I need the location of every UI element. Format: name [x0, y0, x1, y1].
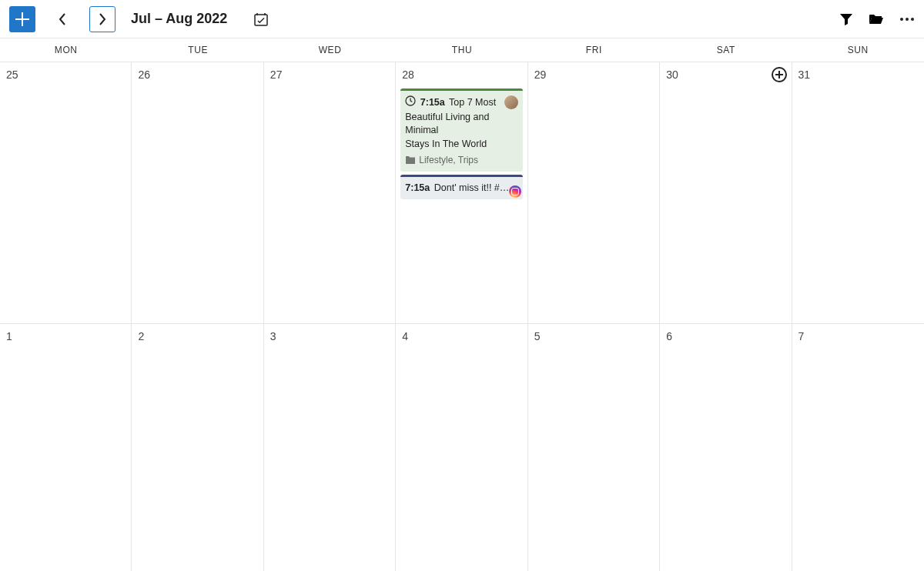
day-number: 6: [665, 329, 786, 347]
clock-icon: [405, 95, 416, 111]
more-button[interactable]: [899, 17, 915, 22]
day-number: 27: [269, 67, 390, 85]
day-header: FRI: [528, 38, 660, 62]
day-cell[interactable]: 5: [528, 324, 660, 571]
avatar: [504, 95, 518, 109]
event-time: 7:15a: [405, 182, 430, 193]
day-cell[interactable]: 28 7:15a Top 7 Most Beautiful Living and…: [396, 62, 527, 323]
day-number: 3: [269, 329, 390, 347]
day-cell[interactable]: 30: [660, 62, 792, 323]
day-header: SAT: [660, 38, 792, 62]
chevron-left-icon: [59, 13, 66, 25]
event-categories: Lifestyle, Trips: [405, 154, 517, 167]
instagram-icon: [509, 185, 521, 198]
event-categories-text: Lifestyle, Trips: [419, 154, 478, 167]
calendar-check-icon: [253, 12, 269, 27]
day-cell[interactable]: 1: [0, 324, 132, 571]
calendar-grid: 25 26 27 28 7:15a Top 7 Most Beautiful L…: [0, 62, 924, 571]
toolbar: Jul – Aug 2022: [0, 0, 924, 38]
prev-button[interactable]: [49, 6, 75, 32]
svg-point-2: [906, 18, 909, 21]
week-row: 1 2 3 4 5 6 7: [0, 324, 924, 571]
svg-point-3: [911, 18, 914, 21]
day-cell[interactable]: 31: [792, 62, 924, 323]
event-time: 7:15a: [420, 97, 445, 108]
event-title: Top 7 Most: [449, 97, 496, 108]
plus-icon: [15, 12, 29, 26]
day-number: 1: [5, 329, 126, 347]
day-header: THU: [396, 38, 527, 62]
day-number: 25: [5, 67, 126, 85]
filter-icon: [839, 12, 853, 26]
day-number: 30: [665, 67, 786, 85]
day-cell[interactable]: 4: [396, 324, 527, 571]
day-number: 28: [400, 67, 522, 85]
day-header: MON: [0, 38, 132, 62]
day-header: WED: [264, 38, 396, 62]
period-title: Jul – Aug 2022: [131, 11, 227, 27]
day-header: TUE: [132, 38, 263, 62]
chevron-right-icon: [99, 13, 106, 25]
day-number: 31: [797, 67, 919, 85]
folder-open-icon: [869, 13, 884, 25]
event-card[interactable]: 7:15a Top 7 Most Beautiful Living and Mi…: [400, 88, 522, 172]
filter-button[interactable]: [839, 12, 853, 26]
event-title: Stays In The World: [405, 138, 517, 152]
folder-button[interactable]: [869, 13, 884, 25]
event-title: Beautiful Living and Minimal: [405, 111, 517, 138]
date-picker-button[interactable]: [253, 12, 269, 27]
event-card[interactable]: 7:15a Dont' miss it!! #…: [400, 175, 522, 200]
day-number: 2: [136, 329, 258, 347]
more-horizontal-icon: [899, 17, 915, 22]
add-event-button[interactable]: [772, 67, 787, 82]
day-cell[interactable]: 6: [660, 324, 792, 571]
add-button[interactable]: [9, 6, 35, 32]
day-number: 7: [797, 329, 919, 347]
day-header: SUN: [792, 38, 924, 62]
next-button[interactable]: [89, 6, 116, 32]
day-cell[interactable]: 2: [132, 324, 263, 571]
day-number: 5: [533, 329, 654, 347]
day-number: 26: [136, 67, 258, 85]
day-cell[interactable]: 25: [0, 62, 132, 323]
toolbar-left: Jul – Aug 2022: [9, 6, 269, 32]
svg-rect-0: [255, 15, 267, 25]
day-number: 29: [533, 67, 654, 85]
day-cell[interactable]: 29: [528, 62, 660, 323]
day-header-row: MON TUE WED THU FRI SAT SUN: [0, 38, 924, 62]
day-cell[interactable]: 26: [132, 62, 263, 323]
week-row: 25 26 27 28 7:15a Top 7 Most Beautiful L…: [0, 62, 924, 324]
day-cell[interactable]: 7: [792, 324, 924, 571]
svg-point-1: [900, 18, 903, 21]
folder-icon: [405, 155, 416, 165]
day-number: 4: [400, 329, 522, 347]
day-cell[interactable]: 3: [264, 324, 396, 571]
toolbar-right: [839, 12, 915, 26]
event-title: Dont' miss it!! #…: [434, 182, 510, 193]
day-cell[interactable]: 27: [264, 62, 396, 323]
